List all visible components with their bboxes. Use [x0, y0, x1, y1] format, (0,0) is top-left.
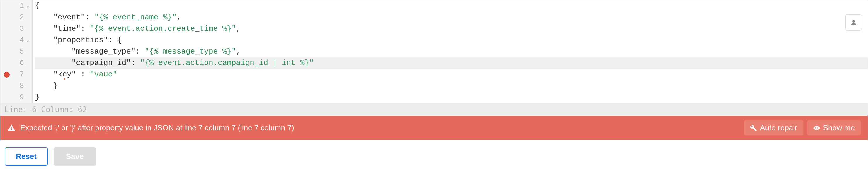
status-bar: Line: 6 Column: 62	[0, 103, 868, 116]
code-lines[interactable]: { "event": "{% event_name %}", "time": "…	[33, 0, 868, 103]
user-icon	[850, 19, 857, 26]
code-line[interactable]: }	[35, 92, 868, 103]
line-number: 6	[19, 57, 24, 69]
token-punct: ,	[177, 12, 181, 23]
line-number: 4	[19, 35, 24, 46]
line-number: 5	[19, 46, 24, 57]
auto-repair-label: Auto repair	[760, 123, 797, 132]
code-line[interactable]: "campaign_id": "{% event.action.campaign…	[35, 57, 868, 69]
error-underline-icon	[64, 77, 67, 79]
wrench-icon	[750, 124, 757, 131]
code-area[interactable]: 1⌄234⌄56789 { "event": "{% event_name %}…	[0, 0, 868, 103]
code-line[interactable]: "message_type": "{% message_type %}",	[35, 46, 868, 57]
token-prop: "time"	[53, 23, 81, 35]
token-punct: :	[135, 46, 145, 57]
line-number: 9	[19, 92, 24, 103]
code-line[interactable]: "key" : "vaue"	[35, 69, 868, 80]
token-prop: "message_type"	[71, 46, 135, 57]
token-punct: ,	[236, 46, 241, 57]
code-line[interactable]: }	[35, 80, 868, 92]
gutter-row: 9	[0, 92, 32, 103]
fold-marker-icon[interactable]: ⌄	[25, 3, 29, 10]
token-punct: :	[81, 23, 90, 35]
gutter-row: 7	[0, 69, 32, 80]
gutter-row: 2	[0, 12, 32, 23]
eye-icon	[813, 124, 820, 131]
token-punct: {	[35, 0, 39, 12]
show-me-button[interactable]: Show me	[807, 120, 861, 135]
fold-marker-icon[interactable]: ⌄	[25, 37, 29, 44]
line-number: 2	[19, 12, 24, 23]
code-line[interactable]: "properties": {	[35, 35, 868, 46]
gutter-row: 1⌄	[0, 0, 32, 12]
code-line[interactable]: {	[35, 0, 868, 12]
error-message: Expected ',' or '}' after property value…	[20, 123, 294, 132]
gutter: 1⌄234⌄56789	[0, 0, 33, 103]
json-editor: 1⌄234⌄56789 { "event": "{% event_name %}…	[0, 0, 868, 140]
gutter-row: 5	[0, 46, 32, 57]
token-punct: }	[53, 80, 58, 92]
reset-button[interactable]: Reset	[5, 147, 48, 166]
user-button[interactable]	[845, 14, 862, 31]
error-bar: Expected ',' or '}' after property value…	[0, 116, 868, 140]
line-number: 8	[19, 80, 24, 92]
action-buttons: Reset Save	[0, 140, 868, 173]
token-punct: :	[131, 57, 140, 69]
token-punct: :	[85, 12, 94, 23]
show-me-label: Show me	[823, 123, 855, 132]
token-punct: :	[76, 69, 90, 80]
token-str: "{% message_type %}"	[145, 46, 236, 57]
auto-repair-button[interactable]: Auto repair	[744, 120, 803, 135]
token-str: "{% event.action.campaign_id | int %}"	[140, 57, 314, 69]
token-str: "vaue"	[90, 69, 117, 80]
token-prop: "event"	[53, 12, 85, 23]
line-number: 7	[19, 69, 24, 80]
code-line[interactable]: "time": "{% event.action.create_time %}"…	[35, 23, 868, 35]
gutter-row: 4⌄	[0, 35, 32, 46]
token-str: "{% event.action.create_time %}"	[90, 23, 236, 35]
token-punct: : {	[108, 35, 122, 46]
token-punct: ,	[236, 23, 241, 35]
token-prop: "properties"	[53, 35, 108, 46]
token-punct: }	[35, 92, 39, 103]
cursor-position: Line: 6 Column: 62	[4, 105, 87, 114]
error-marker-icon	[4, 72, 10, 77]
save-button[interactable]: Save	[54, 147, 96, 166]
warning-icon	[7, 124, 16, 132]
gutter-row: 3	[0, 23, 32, 35]
gutter-row: 6	[0, 57, 32, 69]
token-prop: "campaign_id"	[71, 57, 131, 69]
code-line[interactable]: "event": "{% event_name %}",	[35, 12, 868, 23]
token-str: "{% event_name %}"	[94, 12, 177, 23]
line-number: 3	[19, 23, 24, 35]
gutter-row: 8	[0, 80, 32, 92]
line-number: 1	[19, 0, 24, 12]
